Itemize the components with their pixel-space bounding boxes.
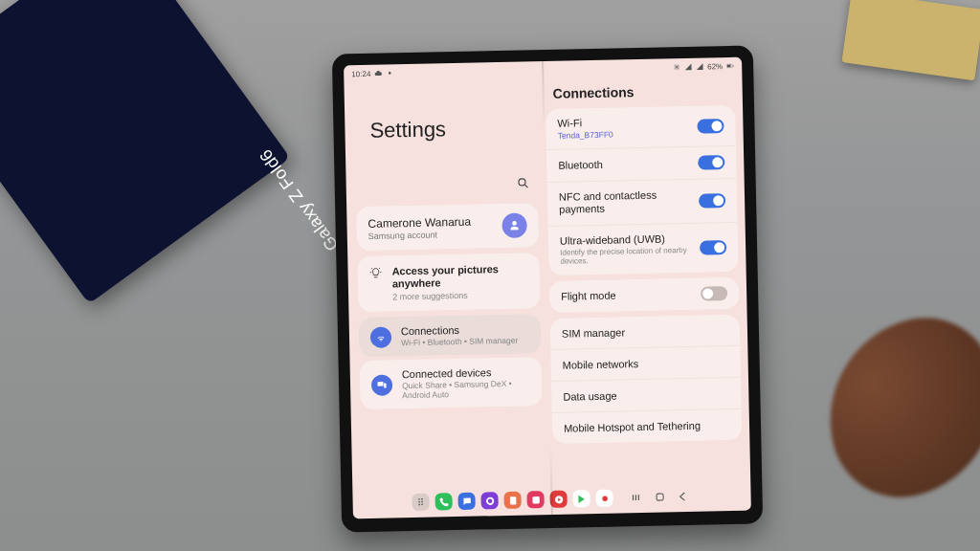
settings-item-connected-devices[interactable]: Connected devices Quick Share • Samsung …: [360, 358, 543, 410]
dock-messages[interactable]: [457, 493, 475, 510]
signal1-icon: [684, 63, 692, 71]
connection-toggles-card: Wi-Fi Tenda_B73FF0 Bluetooth NFC and con…: [546, 105, 739, 276]
svg-point-4: [519, 179, 525, 186]
profile-name: Camerone Wanarua: [368, 214, 471, 230]
flight-mode-card: Flight mode: [549, 277, 740, 313]
flight-mode-label: Flight mode: [561, 289, 616, 302]
dock-record[interactable]: [595, 490, 612, 507]
devices-icon: [371, 374, 392, 395]
dock-browser[interactable]: [480, 492, 498, 509]
page-title: Settings: [347, 78, 543, 180]
dock-notes[interactable]: [503, 492, 521, 509]
bluetooth-label: Bluetooth: [558, 159, 603, 172]
svg-rect-14: [633, 495, 634, 500]
bluetooth-row[interactable]: Bluetooth: [546, 146, 737, 183]
signal2-icon: [696, 63, 703, 71]
nfc-icon: [673, 63, 680, 71]
screen: 10:24 62% Settings: [344, 57, 751, 519]
svg-rect-6: [377, 382, 383, 386]
mobile-networks-row[interactable]: Mobile networks: [550, 346, 741, 382]
uwb-row[interactable]: Ultra-wideband (UWB) Identify the precis…: [548, 222, 739, 276]
svg-rect-17: [657, 494, 663, 500]
avatar: [501, 212, 527, 238]
settings-master-pane: Settings Camerone Wanarua Samsung accoun…: [347, 78, 549, 492]
flight-mode-toggle[interactable]: [701, 286, 727, 301]
settings-item-subtitle: Quick Share • Samsung DeX • Android Auto: [402, 379, 530, 401]
sim-manager-row[interactable]: SIM manager: [550, 315, 741, 350]
samsung-account-card[interactable]: Camerone Wanarua Samsung account: [356, 203, 539, 251]
lightbulb-icon: [368, 267, 382, 280]
device-frame: 10:24 62% Settings: [332, 45, 763, 532]
nfc-row[interactable]: NFC and contactless payments: [547, 179, 738, 227]
nav-recents[interactable]: [628, 489, 645, 506]
svg-point-0: [389, 72, 391, 75]
dock-phone[interactable]: [434, 493, 452, 510]
wifi-network-name: Tenda_B73FF0: [558, 130, 613, 141]
svg-rect-2: [727, 65, 731, 68]
bluetooth-toggle[interactable]: [698, 155, 724, 170]
notification-dot-icon: [386, 69, 393, 77]
uwb-detail: Identify the precise location of nearby …: [560, 245, 700, 266]
search-button[interactable]: [517, 176, 530, 193]
svg-rect-3: [733, 65, 734, 66]
svg-rect-7: [384, 383, 387, 387]
profile-subtitle: Samsung account: [368, 229, 472, 240]
nav-home[interactable]: [651, 488, 668, 505]
dock-apps[interactable]: ⠿: [412, 494, 429, 511]
settings-item-subtitle: Wi-Fi • Bluetooth • SIM manager: [401, 336, 518, 348]
wifi-toggle[interactable]: [697, 119, 724, 134]
wifi-icon: [370, 326, 391, 347]
battery-text: 62%: [707, 62, 723, 71]
detail-title: Connections: [545, 75, 739, 109]
data-usage-row[interactable]: Data usage: [551, 378, 742, 413]
wifi-label: Wi-Fi: [557, 117, 612, 130]
connection-links-card: SIM manager Mobile networks Data usage M…: [550, 315, 743, 444]
battery-icon: [726, 62, 734, 70]
nfc-label: NFC and contactless payments: [559, 188, 700, 216]
dock-play-store[interactable]: [572, 490, 590, 507]
suggestion-more: 2 more suggestions: [392, 290, 528, 302]
svg-rect-10: [509, 496, 516, 504]
uwb-toggle[interactable]: [700, 240, 726, 255]
suggestion-card[interactable]: Access your pictures anywhere 2 more sug…: [357, 253, 540, 312]
svg-rect-11: [532, 496, 539, 503]
svg-rect-16: [638, 495, 639, 500]
hotspot-row[interactable]: Mobile Hotspot and Tethering: [552, 409, 743, 444]
cloud-icon: [374, 70, 382, 77]
flight-mode-row[interactable]: Flight mode: [549, 277, 740, 313]
wifi-row[interactable]: Wi-Fi Tenda_B73FF0: [546, 105, 736, 150]
svg-point-13: [602, 496, 608, 501]
nav-back[interactable]: [674, 488, 691, 505]
status-time: 10:24: [351, 69, 370, 77]
svg-rect-15: [635, 495, 636, 500]
settings-detail-pane: Connections Wi-Fi Tenda_B73FF0 Bluetooth: [545, 75, 746, 488]
svg-line-5: [524, 185, 527, 187]
suggestion-title: Access your pictures anywhere: [391, 262, 528, 290]
dock-gallery[interactable]: [526, 491, 544, 508]
nfc-toggle[interactable]: [699, 193, 725, 209]
settings-item-connections[interactable]: Connections Wi-Fi • Bluetooth • SIM mana…: [359, 315, 542, 358]
